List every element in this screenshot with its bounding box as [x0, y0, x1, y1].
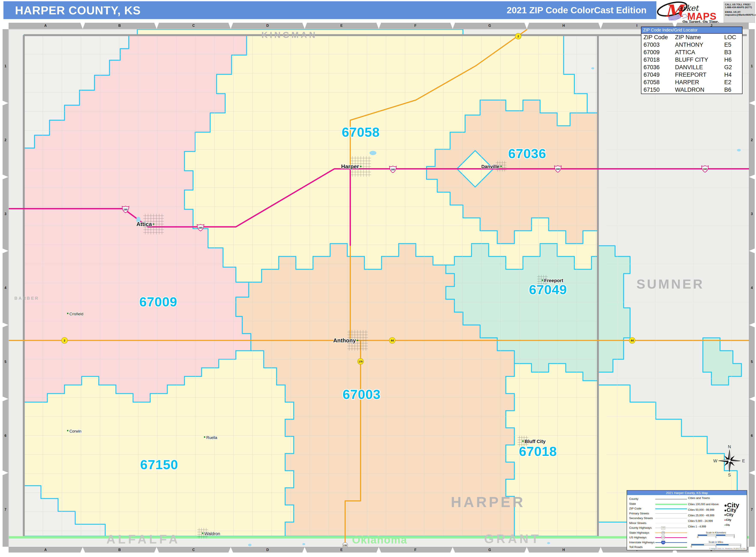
contact-box: CALL US TOLL FREE! 1-888-434-MAPS (6277)…	[724, 2, 755, 23]
legend-body: © Intelligent Direct, Inc. Middletown, P…	[627, 495, 747, 550]
zip-table-cell: FREEPORT	[673, 71, 722, 79]
page: HARPER COUNTY, KS 2021 ZIP Code ColorCas…	[0, 0, 756, 557]
highway-shield-2: 2	[61, 338, 67, 344]
ruler-notch	[228, 547, 233, 553]
zip-table-row: 67058HARPERE2	[641, 79, 742, 86]
grid-label-3: 3	[4, 212, 6, 216]
legend-cities-header: Cities and Towns	[688, 496, 710, 500]
legend-line	[655, 542, 687, 543]
county-map: HarperAnthonyAtticaDanvilleFreeportBluff…	[8, 29, 749, 547]
town-dot	[67, 430, 68, 431]
scalebar-tick: 1	[715, 546, 717, 548]
map-canvas: HarperAnthonyAtticaDanvilleFreeportBluff…	[9, 29, 749, 547]
legend-item-label: County Highways	[629, 526, 652, 529]
grid-label-6: 6	[751, 434, 753, 438]
brand-logo: M arket MAPS On Target. On Time. America…	[656, 0, 723, 25]
grid-label-2: 2	[751, 138, 753, 142]
zip-index-title: ZIP Code Index/Grid Locator	[641, 27, 742, 34]
grid-label-C: C	[193, 24, 195, 28]
grid-label-4: 4	[751, 286, 753, 290]
legend-city-class-label: Cities 1 - 4,999	[688, 525, 706, 528]
ruler-notch	[3, 101, 8, 106]
lake	[547, 542, 550, 544]
legend-item-label: State Highways	[629, 531, 649, 534]
legend-line	[655, 523, 687, 523]
legend-line-sample: 123	[655, 526, 687, 530]
scalebar-segment	[704, 544, 716, 545]
edition-label: 2021 ZIP Code ColorCast Edition	[507, 5, 646, 16]
svg-text:160: 160	[703, 168, 707, 170]
grid-label-7: 7	[751, 508, 753, 511]
town-label: Crisfield	[69, 312, 83, 316]
legend-line	[655, 499, 687, 500]
county-label-barber: BARBER	[14, 296, 39, 300]
svg-text:160: 160	[124, 208, 127, 211]
city-dot-icon	[725, 525, 725, 526]
zip-table-row: 67003ANTHONYE5	[641, 41, 742, 49]
svg-text:160: 160	[391, 168, 395, 171]
zip-table-header-row: ZIP CodeZIP NameLOC	[641, 34, 742, 41]
legend-shield-int: 123	[661, 541, 665, 545]
legend-item-state-highways: State Highways123	[629, 531, 687, 535]
zip-label-67150: 67150	[140, 457, 178, 472]
legend-city-sample: City	[725, 518, 731, 522]
city-dot-icon	[725, 504, 727, 507]
lake	[302, 543, 305, 545]
grid-label-F: F	[414, 548, 416, 552]
legend-item-label: County	[629, 497, 638, 500]
legend-item-county: County	[629, 497, 687, 501]
zip-table-cell: H4	[722, 71, 742, 79]
legend-city-class-label: Cities 50,000 - 99,999	[688, 508, 714, 511]
zip-table-cell: BLUFF CITY	[673, 56, 722, 64]
legend-item-state: State	[629, 502, 687, 506]
ruler-notch	[450, 547, 455, 553]
highway-shield-44: 44	[389, 338, 395, 344]
map-legend: 2021 Harper County, KS Map © Intelligent…	[627, 490, 747, 550]
compass-label-N: N	[728, 444, 731, 449]
legend-item-county-highways: County Highways123	[629, 526, 687, 530]
town-label: Harper	[341, 163, 359, 170]
ruler-notch	[154, 23, 159, 29]
town-dot	[204, 436, 205, 438]
ruler-notch	[749, 397, 755, 401]
contact-line: CALL US TOLL FREE!	[725, 3, 754, 6]
grid-label-F: F	[414, 24, 416, 28]
zip-table-row: 67009ATTICAB3	[641, 49, 742, 56]
scalebar-segment	[698, 535, 707, 536]
zip-table-cell: 67150	[641, 86, 673, 94]
legend-line-sample	[655, 545, 687, 549]
legend-item-label: Primary Streets	[629, 512, 649, 515]
legend-item-primary-streets: Primary Streets	[629, 511, 687, 516]
legend-line-sample	[655, 497, 687, 501]
grid-label-A: A	[45, 548, 47, 552]
legend-line-sample: 123	[655, 535, 687, 540]
grid-label-B: B	[118, 24, 121, 28]
legend-item-toll-roads: Toll Roads	[629, 545, 687, 550]
compass-label-W: W	[714, 459, 718, 463]
legend-line-sample	[655, 511, 687, 516]
zip-table-row: 67018BLUFF CITYH6	[641, 56, 742, 64]
legend-item-minor-streets: Minor Streets	[629, 521, 687, 526]
zip-table-col-header: LOC	[722, 34, 742, 41]
legend-item-interstate-highways: Interstate Highways123	[629, 540, 687, 545]
county-label-sumner: SUMNER	[636, 276, 704, 291]
legend-line-sample: 123	[655, 531, 687, 535]
town-dot	[202, 533, 203, 534]
ruler-notch	[3, 470, 8, 475]
contact-line: 1-888-434-MAPS (6277)	[725, 6, 754, 9]
legend-line	[655, 537, 687, 538]
zip-label-67058: 67058	[342, 125, 380, 140]
grid-label-1: 1	[4, 64, 6, 68]
highway-shield-2: 2	[515, 33, 521, 39]
scalebar-tick: 2	[733, 536, 735, 538]
zip-table-cell: WALDRON	[673, 86, 722, 94]
zip-label-67049: 67049	[529, 282, 567, 297]
scalebar-segment	[707, 535, 716, 536]
county-label-alfalfa: ALFALFA	[107, 532, 180, 546]
town-label: Bluff City	[525, 439, 546, 444]
town-crisfield: Crisfield	[67, 312, 83, 316]
ruler-notch	[80, 23, 85, 29]
ruler-notch	[749, 175, 755, 179]
scalebar-segment	[716, 544, 729, 545]
svg-text:2: 2	[64, 339, 65, 342]
